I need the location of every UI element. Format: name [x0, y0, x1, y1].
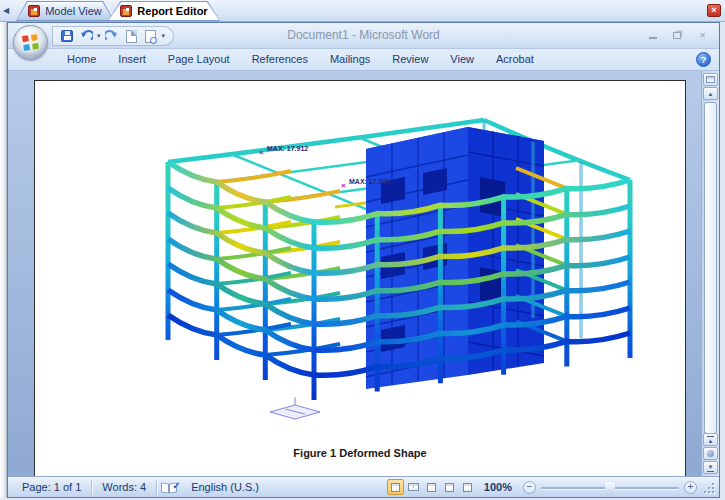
- support-axis-glyph: [270, 397, 320, 419]
- office-button[interactable]: [13, 25, 48, 60]
- tab-report-editor-label: Report Editor: [137, 5, 207, 17]
- ribbon-tab-page-layout[interactable]: Page Layout: [157, 49, 241, 71]
- tab-report-editor[interactable]: Report Editor: [108, 1, 220, 21]
- window-title: Document1 - Microsoft Word: [8, 23, 719, 49]
- max-label-2: MAX: 17.870: [349, 178, 390, 185]
- application-window: ◀ Model View Report Editor ×: [0, 0, 725, 500]
- word-count[interactable]: Words: 4: [92, 480, 157, 495]
- ribbon-tab-insert[interactable]: Insert: [107, 49, 157, 71]
- close-icon[interactable]: ×: [692, 28, 713, 42]
- office-logo-icon: [21, 33, 40, 52]
- left-frame-edge: [0, 22, 7, 498]
- outline-view-icon[interactable]: [441, 479, 458, 495]
- status-bar: Page: 1 of 1 Words: 4 ✓ English (U.S.) 1…: [8, 476, 719, 497]
- ribbon-tab-references[interactable]: References: [241, 49, 319, 71]
- tab-model-view[interactable]: Model View: [16, 1, 114, 21]
- report-editor-app-icon: [120, 5, 132, 17]
- ribbon-tab-review[interactable]: Review: [381, 49, 439, 71]
- app-close-icon[interactable]: ×: [707, 4, 721, 17]
- max-marker-1: ×: [259, 148, 264, 157]
- ribbon-tab-strip: Home Insert Page Layout References Maili…: [8, 49, 719, 71]
- ribbon-tab-acrobat[interactable]: Acrobat: [485, 49, 545, 71]
- next-page-icon[interactable]: ▼: [703, 461, 718, 474]
- max-marker-2: ×: [341, 181, 346, 190]
- document-area: × MAX: 17.912 × MAX: 17.870 Figure 1 Def…: [8, 71, 719, 476]
- restore-icon[interactable]: [667, 28, 688, 42]
- previous-page-icon[interactable]: ▲: [703, 433, 718, 446]
- minimize-icon[interactable]: [642, 28, 663, 42]
- left-face-beams: [168, 162, 314, 375]
- resize-grip[interactable]: [702, 481, 715, 494]
- select-browse-object-icon[interactable]: [703, 447, 718, 460]
- ribbon-tab-mailings[interactable]: Mailings: [319, 49, 381, 71]
- help-icon[interactable]: ?: [696, 52, 711, 67]
- word-window: ▾ ▾ Document1 - Microsoft Word ×: [7, 22, 720, 498]
- scroll-up-icon[interactable]: ▲: [703, 87, 718, 100]
- tab-scroll-left-icon[interactable]: ◀: [3, 6, 9, 15]
- ribbon-tab-home[interactable]: Home: [56, 49, 107, 71]
- zoom-in-icon[interactable]: +: [684, 481, 697, 494]
- scrollbar-thumb[interactable]: [704, 102, 717, 434]
- ribbon-tab-view[interactable]: View: [439, 49, 485, 71]
- model-view-app-icon: [28, 5, 40, 17]
- view-shortcuts: [387, 479, 476, 495]
- max-label-1: MAX: 17.912: [267, 145, 308, 152]
- zoom-out-icon[interactable]: −: [523, 481, 536, 494]
- language-indicator[interactable]: English (U.S.): [181, 480, 269, 495]
- zoom-slider[interactable]: [541, 481, 679, 494]
- figure-caption: Figure 1 Deformed Shape: [35, 447, 685, 459]
- word-title-bar: ▾ ▾ Document1 - Microsoft Word ×: [8, 23, 719, 49]
- document-page: × MAX: 17.912 × MAX: 17.870 Figure 1 Def…: [34, 80, 686, 476]
- app-tab-bar: ◀ Model View Report Editor ×: [0, 0, 725, 22]
- draft-view-icon[interactable]: [459, 479, 476, 495]
- web-layout-view-icon[interactable]: [423, 479, 440, 495]
- page-indicator[interactable]: Page: 1 of 1: [12, 480, 92, 495]
- full-screen-reading-view-icon[interactable]: [405, 479, 422, 495]
- zoom-level[interactable]: 100%: [484, 481, 512, 493]
- zoom-slider-thumb[interactable]: [605, 482, 615, 494]
- window-controls: ×: [642, 28, 713, 42]
- print-layout-view-icon[interactable]: [387, 479, 404, 495]
- vertical-scrollbar[interactable]: ▲ ▲ ▼: [701, 71, 719, 476]
- proofing-status[interactable]: ✓: [157, 480, 181, 495]
- ruler-toggle-icon[interactable]: [703, 73, 718, 86]
- tab-model-view-label: Model View: [45, 5, 102, 17]
- deformed-shape-figure: × MAX: 17.912 × MAX: 17.870: [135, 87, 680, 437]
